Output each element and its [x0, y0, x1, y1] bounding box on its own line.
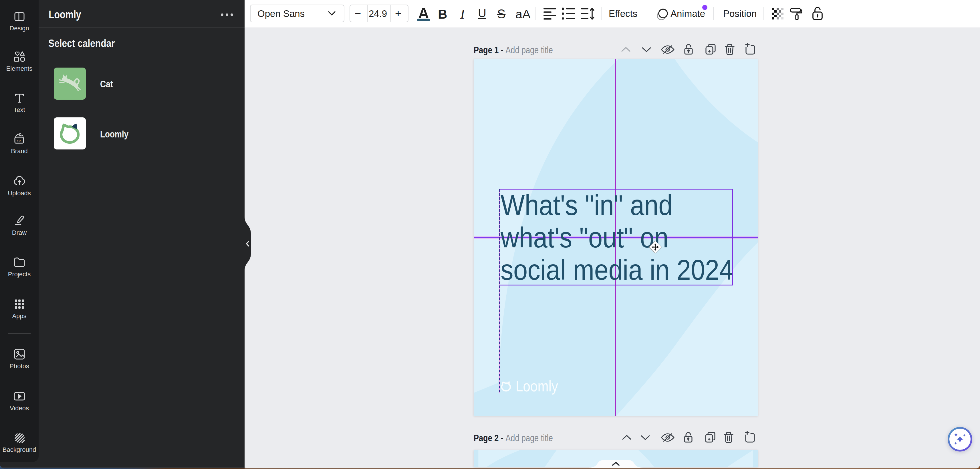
svg-text:co.: co.	[17, 139, 21, 142]
